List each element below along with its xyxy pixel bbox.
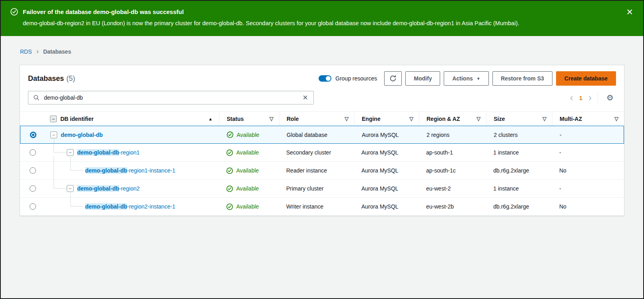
- filter-row: × ‹ 1 › ⚙: [20, 91, 624, 111]
- row-radio[interactable]: [30, 167, 36, 174]
- table-row[interactable]: demo-global-db-region2-instance-1 Availa…: [20, 198, 624, 216]
- status-badge: Available: [219, 167, 279, 174]
- region-cell: ap-south-1c: [419, 167, 486, 174]
- breadcrumb-rds-link[interactable]: RDS: [20, 48, 32, 55]
- db-link[interactable]: demo-global-db: [61, 132, 103, 138]
- next-page-icon[interactable]: ›: [588, 93, 592, 102]
- column-header-engine[interactable]: Engine ▽: [354, 112, 419, 126]
- filter-icon[interactable]: ▽: [477, 116, 481, 122]
- table-row[interactable]: − demo-global-db-region1 Available Secon…: [20, 144, 624, 162]
- db-link[interactable]: demo-global-db-region1-instance-1: [85, 167, 175, 174]
- collapse-row-icon[interactable]: −: [50, 131, 57, 138]
- multi-az-cell: No: [552, 167, 624, 174]
- role-cell: Reader instance: [279, 167, 354, 174]
- sort-ascending-icon[interactable]: ▲: [208, 116, 213, 121]
- role-cell: Primary cluster: [279, 185, 354, 192]
- search-input[interactable]: [43, 94, 302, 101]
- status-text: Available: [236, 149, 259, 156]
- column-header-db-identifier[interactable]: − DB identifier ▲: [45, 112, 219, 126]
- tree-line: [54, 180, 67, 189]
- previous-page-icon[interactable]: ‹: [570, 93, 573, 102]
- tree-line: [54, 144, 67, 153]
- tree-line: [54, 162, 54, 179]
- current-page[interactable]: 1: [579, 94, 582, 101]
- modify-button[interactable]: Modify: [405, 71, 440, 86]
- db-link[interactable]: demo-global-db-region1: [77, 149, 140, 156]
- column-header-role[interactable]: Role ▽: [279, 112, 354, 126]
- size-cell: 1 instance: [486, 149, 552, 156]
- tree-line: [70, 162, 83, 171]
- column-header-size[interactable]: Size ▽: [486, 112, 552, 126]
- db-link[interactable]: demo-global-db-region2-instance-1: [85, 203, 175, 210]
- db-link[interactable]: demo-global-db-region2: [77, 185, 140, 192]
- collapse-row-icon[interactable]: −: [67, 185, 74, 192]
- filter-icon[interactable]: ▽: [542, 116, 546, 122]
- column-header-region-az[interactable]: Region & AZ ▽: [419, 112, 486, 126]
- column-label: DB identifier: [60, 116, 208, 122]
- available-check-icon: [227, 131, 233, 138]
- filter-icon[interactable]: ▽: [269, 116, 273, 122]
- row-radio[interactable]: [30, 203, 36, 210]
- engine-cell: Aurora MySQL: [354, 203, 419, 210]
- region-cell: ap-south-1: [419, 149, 486, 156]
- size-cell: 2 clusters: [486, 132, 552, 138]
- region-cell: eu-west-2: [419, 185, 486, 192]
- multi-az-cell: db.r6g.2xlarge: [486, 203, 552, 210]
- available-check-icon: [226, 149, 233, 156]
- table-row[interactable]: demo-global-db-region1-instance-1 Availa…: [20, 162, 624, 180]
- engine-cell: Aurora MySQL: [354, 149, 419, 156]
- column-label: Region & AZ: [427, 116, 477, 122]
- status-badge: Available: [219, 203, 279, 210]
- banner-message: demo-global-db-region2 in EU (London) is…: [23, 20, 619, 26]
- size-cell: db.r6g.2xlarge: [486, 167, 552, 174]
- actions-button[interactable]: Actions ▼: [444, 71, 488, 86]
- table-row[interactable]: − demo-global-db Available Global databa…: [20, 126, 624, 144]
- multi-az-cell: -: [552, 149, 624, 156]
- column-label: Role: [287, 116, 345, 122]
- search-icon: [33, 94, 40, 101]
- restore-from-s3-button[interactable]: Restore from S3: [492, 71, 552, 86]
- status-text: Available: [236, 185, 259, 192]
- status-text: Available: [236, 203, 259, 210]
- role-cell: Writer instance: [279, 203, 354, 210]
- filter-icon[interactable]: ▽: [614, 116, 618, 122]
- region-cell: eu-west-2b: [419, 203, 486, 210]
- collapse-row-icon[interactable]: −: [67, 149, 74, 156]
- column-header-status[interactable]: Status ▽: [219, 112, 279, 126]
- engine-cell: Aurora MySQL: [355, 132, 419, 138]
- settings-gear-icon[interactable]: ⚙: [604, 93, 616, 102]
- search-box[interactable]: ×: [28, 91, 314, 104]
- row-radio[interactable]: [30, 185, 36, 192]
- column-label: Engine: [362, 116, 409, 122]
- collapse-all-icon[interactable]: −: [50, 115, 57, 122]
- banner-title: Failover of the database demo-global-db …: [23, 8, 184, 15]
- banner-close-icon[interactable]: ×: [624, 6, 635, 18]
- tree-line: [54, 157, 54, 161]
- breadcrumb: RDS › Databases: [1, 36, 643, 55]
- table-header: − DB identifier ▲ Status ▽ Role ▽ Engine…: [20, 111, 624, 126]
- region-cell: 2 regions: [419, 132, 486, 138]
- create-database-button[interactable]: Create database: [556, 71, 616, 86]
- column-header-multi-az[interactable]: Multi-AZ ▽: [552, 112, 624, 126]
- refresh-button[interactable]: [384, 71, 402, 86]
- row-radio[interactable]: [30, 149, 36, 156]
- column-label: Status: [227, 116, 269, 122]
- status-badge: Available: [219, 149, 279, 156]
- tree-line: [70, 198, 83, 207]
- available-check-icon: [226, 167, 233, 174]
- filter-icon[interactable]: ▽: [345, 116, 349, 122]
- group-resources-toggle[interactable]: Group resources: [319, 75, 377, 82]
- status-text: Available: [236, 167, 259, 174]
- multi-az-cell: No: [552, 203, 624, 210]
- table-row[interactable]: − demo-global-db-region2 Available Prima…: [20, 180, 624, 198]
- size-cell: 1 instance: [486, 185, 552, 192]
- chevron-right-icon: ›: [36, 47, 39, 55]
- multi-az-cell: -: [552, 185, 624, 192]
- row-radio-selected[interactable]: [30, 132, 36, 138]
- filter-icon[interactable]: ▽: [409, 116, 413, 122]
- clear-search-icon[interactable]: ×: [302, 93, 309, 102]
- available-check-icon: [226, 203, 233, 210]
- toggle-switch-icon[interactable]: [319, 75, 331, 82]
- refresh-icon: [389, 75, 397, 82]
- breadcrumb-current: Databases: [43, 48, 71, 55]
